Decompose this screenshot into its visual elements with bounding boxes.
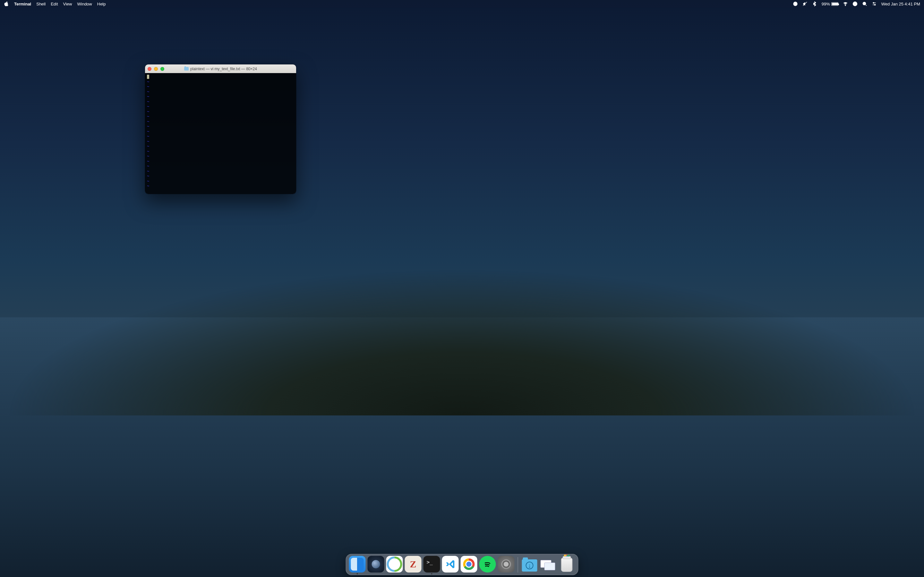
sync-status-icon[interactable] xyxy=(793,1,798,6)
vi-tilde-line: ~ xyxy=(147,99,294,105)
dock-separator xyxy=(518,557,518,572)
menu-shell[interactable]: Shell xyxy=(36,2,45,6)
dock-terminal-icon[interactable] xyxy=(423,556,440,572)
menu-app-name[interactable]: Terminal xyxy=(14,2,31,6)
menu-edit[interactable]: Edit xyxy=(51,2,58,6)
folder-proxy-icon xyxy=(184,67,189,71)
spotlight-search-icon[interactable] xyxy=(862,1,867,6)
dock-recent-stack-icon[interactable] xyxy=(540,556,557,572)
vi-tilde-line: ~ xyxy=(147,114,294,119)
window-traffic-lights xyxy=(148,67,164,71)
vi-tilde-line: ~ xyxy=(147,159,294,164)
battery-percent-label: 99% xyxy=(822,2,830,6)
battery-status[interactable]: 99% xyxy=(822,2,838,6)
vi-tilde-line: ~ xyxy=(147,109,294,114)
menu-view[interactable]: View xyxy=(63,2,72,6)
vi-tilde-line: ~ xyxy=(147,149,294,154)
vi-tilde-line: ~ xyxy=(147,169,294,174)
terminal-viewport[interactable]: ~~~~~~~~~~~~~~~~~~~~~~ xyxy=(145,73,296,194)
svg-point-4 xyxy=(855,3,856,4)
svg-point-5 xyxy=(863,2,866,5)
apple-menu-icon[interactable] xyxy=(4,1,9,6)
vi-tilde-line: ~ xyxy=(147,174,294,179)
battery-icon xyxy=(831,2,838,6)
vi-tilde-line: ~ xyxy=(147,79,294,85)
wifi-icon[interactable] xyxy=(843,1,848,6)
vi-tilde-line: ~ xyxy=(147,89,294,95)
window-close-button[interactable] xyxy=(148,67,152,71)
svg-point-2 xyxy=(845,5,846,6)
menu-window[interactable]: Window xyxy=(78,2,92,6)
dock-trash-icon[interactable] xyxy=(559,556,575,572)
terminal-title-text: plaintext — vi my_text_file.txt — 80×24 xyxy=(190,67,257,71)
dock-quicktime-icon[interactable] xyxy=(368,556,384,572)
vi-tilde-line: ~ xyxy=(147,129,294,134)
vi-tilde-line: ~ xyxy=(147,179,294,184)
dock-vscode-icon[interactable] xyxy=(442,556,459,572)
dock-system-preferences-icon[interactable] xyxy=(498,556,515,572)
vi-tilde-line: ~ xyxy=(147,104,294,109)
svg-line-6 xyxy=(866,5,867,6)
window-minimize-button[interactable] xyxy=(154,67,158,71)
vi-tilde-line: ~ xyxy=(147,124,294,129)
dock-container: Z xyxy=(346,554,578,575)
vi-tilde-line: ~ xyxy=(147,119,294,124)
vi-tilde-line: ~ xyxy=(147,139,294,144)
dock: Z xyxy=(346,554,578,575)
vi-tilde-line: ~ xyxy=(147,184,294,189)
dock-downloads-folder-icon[interactable] xyxy=(521,556,538,572)
menubar-clock[interactable]: Wed Jan 25 4:41 PM xyxy=(881,2,920,6)
dock-zotero-icon[interactable]: Z xyxy=(405,556,422,572)
vi-tilde-line: ~ xyxy=(147,134,294,139)
volume-muted-icon[interactable] xyxy=(803,1,808,6)
dock-spotify-icon[interactable] xyxy=(479,556,496,572)
vi-cursor xyxy=(147,75,149,79)
svg-point-8 xyxy=(873,3,874,3)
vi-empty-lines: ~~~~~~~~~~~~~~~~~~~~~~ xyxy=(147,79,294,189)
menubar-left: Terminal Shell Edit View Window Help xyxy=(4,1,106,6)
bluetooth-icon[interactable] xyxy=(812,1,817,6)
vi-tilde-line: ~ xyxy=(147,84,294,89)
vi-tilde-line: ~ xyxy=(147,154,294,159)
user-icon[interactable] xyxy=(853,1,858,6)
dock-chrome-icon[interactable] xyxy=(461,556,477,572)
vi-tilde-line: ~ xyxy=(147,144,294,149)
dock-cisco-anyconnect-icon[interactable] xyxy=(386,556,403,572)
vi-tilde-line: ~ xyxy=(147,164,294,169)
menu-help[interactable]: Help xyxy=(97,2,106,6)
vi-tilde-line: ~ xyxy=(147,94,294,99)
dock-finder-icon[interactable] xyxy=(349,556,366,572)
menubar: Terminal Shell Edit View Window Help 99% xyxy=(0,0,924,8)
menubar-right: 99% Wed Jan 25 4:41 PM xyxy=(793,1,920,6)
svg-point-10 xyxy=(874,5,875,5)
vi-line-1 xyxy=(147,74,294,79)
window-zoom-button[interactable] xyxy=(160,67,164,71)
wallpaper-mountain xyxy=(0,156,924,416)
terminal-window[interactable]: plaintext — vi my_text_file.txt — 80×24 … xyxy=(145,64,296,194)
terminal-titlebar[interactable]: plaintext — vi my_text_file.txt — 80×24 xyxy=(145,64,296,73)
control-center-icon[interactable] xyxy=(872,1,877,6)
terminal-title: plaintext — vi my_text_file.txt — 80×24 xyxy=(145,67,296,71)
